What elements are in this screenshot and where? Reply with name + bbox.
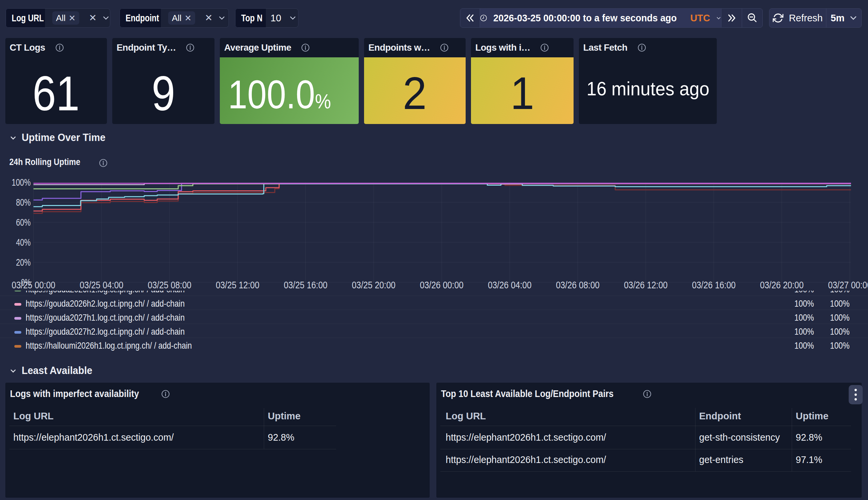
svg-text:03/25 12:00: 03/25 12:00 [216, 280, 259, 290]
svg-text:03/25 20:00: 03/25 20:00 [352, 280, 395, 290]
svg-text:03/26 08:00: 03/26 08:00 [556, 280, 600, 290]
svg-text:03/26 00:00: 03/26 00:00 [420, 280, 464, 290]
svg-text:03/27 00:00: 03/27 00:00 [828, 280, 868, 290]
svg-text:03/25 16:00: 03/25 16:00 [284, 280, 327, 290]
svg-text:100%: 100% [12, 177, 31, 188]
svg-text:03/26 12:00: 03/26 12:00 [624, 280, 668, 290]
svg-text:03/26 04:00: 03/26 04:00 [488, 280, 531, 290]
svg-text:03/26 20:00: 03/26 20:00 [760, 280, 804, 290]
svg-text:40%: 40% [16, 237, 31, 248]
svg-text:03/26 16:00: 03/26 16:00 [692, 280, 736, 290]
svg-text:03/25 00:00: 03/25 00:00 [12, 280, 55, 290]
svg-text:20%: 20% [16, 257, 31, 268]
svg-text:60%: 60% [16, 217, 31, 228]
svg-text:03/25 04:00: 03/25 04:00 [80, 280, 123, 290]
svg-text:80%: 80% [16, 197, 31, 208]
svg-text:03/25 08:00: 03/25 08:00 [148, 280, 191, 290]
